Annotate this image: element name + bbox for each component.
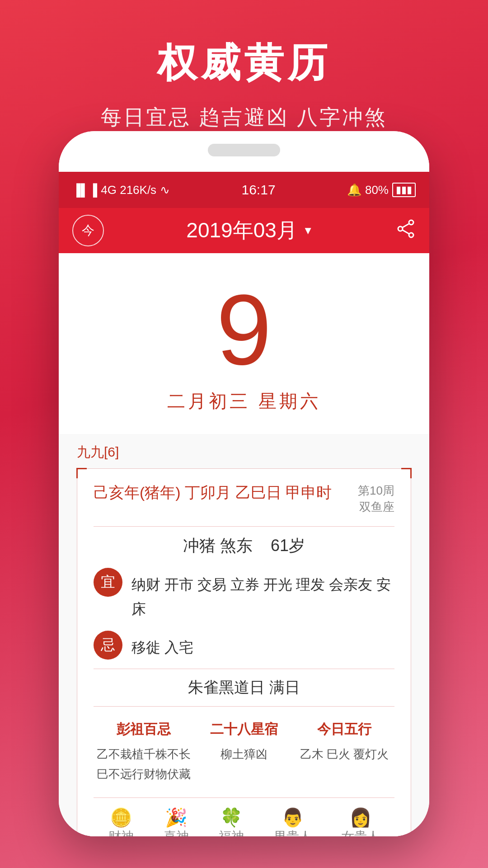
nan-gui-ren-label: 男贵人	[274, 828, 312, 836]
ji-content: 移徙 入宅	[131, 631, 193, 660]
chevron-down-icon: ▼	[303, 224, 314, 237]
nav-bar: 今 2019年03月 ▼	[59, 208, 429, 253]
yi-badge: 宜	[94, 568, 122, 597]
zodiac-sign: 双鱼座	[358, 499, 394, 515]
svg-line-3	[403, 224, 409, 227]
bottom-icons-row: 🪙 财神 🎉 喜神 🍀 福神 👨 男贵人 👩 女贵人	[94, 797, 394, 836]
peng-zu-content: 乙不栽植千株不长 巳不远行财物伏藏	[94, 744, 194, 784]
cai-shen-label: 财神	[108, 828, 134, 836]
divider-1	[94, 526, 394, 527]
signal-speed: 4G 216K/s	[101, 183, 156, 197]
share-icon	[396, 219, 416, 239]
divider-2	[94, 669, 394, 669]
day-number: 9	[216, 280, 272, 380]
nv-gui-ren-label: 女贵人	[342, 828, 380, 836]
cai-shen-item: 🪙 财神	[108, 807, 134, 836]
twenty-eight-stars-section: 二十八星宿 柳土獐凶	[194, 716, 294, 788]
calendar-content: 9 二月初三 星期六	[59, 253, 429, 434]
fu-shen-label: 福神	[219, 828, 244, 836]
yi-content: 纳财 开市 交易 立券 开光 理发 会亲友 安床	[131, 568, 394, 622]
detail-card: 己亥年(猪年) 丁卯月 乙巳日 甲申时 第10周 双鱼座 冲猪 煞东 61岁 宜…	[77, 468, 411, 836]
bottom-info-grid: 彭祖百忌 乙不栽植千株不长 巳不远行财物伏藏 二十八星宿 柳土獐凶 今日五行 乙…	[94, 716, 394, 788]
peng-zu-line1: 乙不栽植千株不长	[94, 744, 194, 764]
nv-gui-ren-icon: 👩	[342, 807, 380, 828]
app-header: 权威黄历 每日宜忌 趋吉避凶 八字冲煞	[0, 0, 488, 132]
xi-shen-label: 喜神	[164, 828, 189, 836]
lunar-date: 二月初三 星期六	[167, 389, 320, 414]
month-selector[interactable]: 2019年03月 ▼	[186, 217, 313, 245]
nan-gui-ren-item: 👨 男贵人	[274, 807, 312, 836]
age-text: 61岁	[271, 536, 305, 555]
xi-shen-item: 🎉 喜神	[164, 807, 189, 836]
battery-icon: ▮▮▮	[392, 183, 416, 197]
twenty-eight-stars-content: 柳土獐凶	[194, 744, 294, 764]
svg-point-2	[398, 226, 403, 231]
jiu-jiu-label: 九九[6]	[77, 443, 411, 462]
svg-line-4	[403, 230, 409, 234]
status-signal: ▐▌▐ 4G 216K/s ∿	[72, 183, 170, 197]
special-day: 朱雀黑道日 满日	[94, 677, 394, 698]
battery-percent: 80%	[365, 183, 389, 197]
wu-xing-section: 今日五行 乙木 巳火 覆灯火	[294, 716, 394, 788]
peng-zu-title: 彭祖百忌	[94, 720, 194, 739]
xi-shen-icon: 🎉	[164, 807, 189, 828]
nan-gui-ren-icon: 👨	[274, 807, 312, 828]
month-title-text: 2019年03月	[186, 217, 297, 245]
zodiac-week: 第10周	[358, 482, 394, 499]
wifi-icon: ∿	[160, 183, 170, 197]
wu-xing-title: 今日五行	[294, 720, 394, 739]
ji-badge: 忌	[94, 631, 122, 660]
phone-speaker	[208, 144, 280, 156]
signal-icon: ▐▌▐	[72, 183, 97, 197]
zodiac-info: 第10周 双鱼座	[358, 482, 394, 515]
app-title: 权威黄历	[0, 0, 488, 90]
ji-row: 忌 移徙 入宅	[94, 631, 394, 660]
nv-gui-ren-item: 👩 女贵人	[342, 807, 380, 836]
detail-section: 九九[6] 己亥年(猪年) 丁卯月 乙巳日 甲申时 第10周 双鱼座 冲猪 煞东…	[59, 434, 429, 836]
status-bar: ▐▌▐ 4G 216K/s ∿ 16:17 🔔 80% ▮▮▮	[59, 172, 429, 208]
today-label: 今	[82, 222, 94, 239]
ganzhi-row: 己亥年(猪年) 丁卯月 乙巳日 甲申时 第10周 双鱼座	[94, 482, 394, 515]
chong-row: 冲猪 煞东 61岁	[94, 535, 394, 557]
fu-shen-icon: 🍀	[219, 807, 244, 828]
share-button[interactable]	[396, 219, 416, 243]
fu-shen-item: 🍀 福神	[219, 807, 244, 836]
twenty-eight-stars-title: 二十八星宿	[194, 720, 294, 739]
ganzhi-text: 己亥年(猪年) 丁卯月 乙巳日 甲申时	[94, 482, 332, 503]
app-subtitle: 每日宜忌 趋吉避凶 八字冲煞	[0, 104, 488, 132]
peng-zu-line2: 巳不远行财物伏藏	[94, 764, 194, 784]
alarm-icon: 🔔	[347, 183, 361, 197]
phone-frame: ▐▌▐ 4G 216K/s ∿ 16:17 🔔 80% ▮▮▮ 今 2019年0…	[59, 131, 429, 836]
svg-point-1	[409, 233, 413, 237]
wu-xing-content: 乙木 巳火 覆灯火	[294, 744, 394, 764]
status-time: 16:17	[242, 182, 276, 198]
cai-shen-icon: 🪙	[108, 807, 134, 828]
peng-zu-section: 彭祖百忌 乙不栽植千株不长 巳不远行财物伏藏	[94, 716, 194, 788]
chong-text: 冲猪 煞东	[183, 536, 253, 555]
yi-row: 宜 纳财 开市 交易 立券 开光 理发 会亲友 安床	[94, 568, 394, 622]
divider-3	[94, 706, 394, 707]
today-button[interactable]: 今	[72, 215, 104, 246]
svg-point-0	[409, 220, 413, 225]
status-battery-area: 🔔 80% ▮▮▮	[347, 183, 416, 197]
